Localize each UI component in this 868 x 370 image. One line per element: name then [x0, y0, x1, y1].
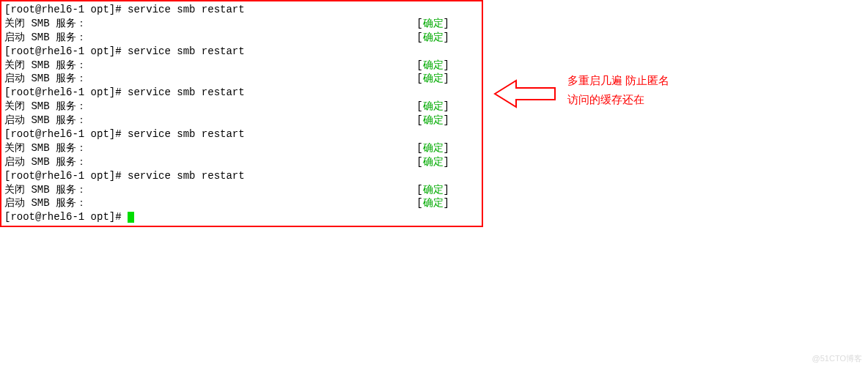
terminal-line: [root@rhel6-1 opt]# service smb restart [4, 45, 479, 59]
command: service smb restart [128, 128, 245, 140]
terminal-status-line: 关闭 SMB 服务： [确定] [4, 183, 479, 197]
cursor-icon [128, 212, 134, 223]
status-result: [确定] [416, 59, 479, 73]
service-start-label: 启动 SMB 服务： [4, 114, 87, 127]
terminal-line: [root@rhel6-1 opt]# service smb restart [4, 3, 479, 17]
terminal-line: [root@rhel6-1 opt]# service smb restart [4, 127, 479, 141]
terminal-status-line: 启动 SMB 服务： [确定] [4, 31, 479, 45]
annotation-line: 多重启几遍 防止匿名 [567, 72, 669, 91]
status-result: [确定] [416, 114, 479, 127]
service-start-label: 启动 SMB 服务： [4, 196, 87, 210]
status-result: [确定] [416, 100, 479, 114]
status-result: [确定] [416, 31, 479, 45]
terminal-line: [root@rhel6-1 opt]# service smb restart [4, 86, 479, 100]
command: service smb restart [128, 170, 245, 182]
terminal-status-line: 关闭 SMB 服务： [确定] [4, 141, 479, 155]
prompt: [root@rhel6-1 opt]# [4, 211, 128, 223]
service-close-label: 关闭 SMB 服务： [4, 183, 87, 197]
service-close-label: 关闭 SMB 服务： [4, 59, 87, 73]
status-result: [确定] [416, 196, 479, 210]
terminal-status-line: 启动 SMB 服务： [确定] [4, 72, 479, 86]
status-result: [确定] [416, 17, 479, 31]
terminal-status-line: 关闭 SMB 服务： [确定] [4, 17, 479, 31]
command: service smb restart [128, 45, 245, 57]
service-start-label: 启动 SMB 服务： [4, 31, 87, 45]
terminal-output-box: [root@rhel6-1 opt]# service smb restart … [0, 0, 483, 227]
prompt: [root@rhel6-1 opt]# [4, 4, 128, 15]
terminal-status-line: 启动 SMB 服务： [确定] [4, 114, 479, 127]
command: service smb restart [128, 86, 245, 98]
service-close-label: 关闭 SMB 服务： [4, 17, 87, 31]
annotation-text: 多重启几遍 防止匿名 访问的缓存还在 [567, 72, 669, 109]
status-result: [确定] [416, 72, 479, 86]
status-result: [确定] [416, 155, 479, 169]
arrow-left-icon [493, 73, 557, 114]
status-result: [确定] [416, 141, 479, 155]
watermark: @51CTO博客 [812, 353, 862, 364]
annotation-line: 访问的缓存还在 [567, 91, 669, 110]
command: service smb restart [128, 4, 245, 15]
terminal-status-line: 关闭 SMB 服务： [确定] [4, 59, 479, 73]
terminal-prompt-line[interactable]: [root@rhel6-1 opt]# [4, 210, 479, 224]
terminal-line: [root@rhel6-1 opt]# service smb restart [4, 169, 479, 183]
terminal-status-line: 启动 SMB 服务： [确定] [4, 155, 479, 169]
terminal-status-line: 关闭 SMB 服务： [确定] [4, 100, 479, 114]
terminal-status-line: 启动 SMB 服务： [确定] [4, 196, 479, 210]
prompt: [root@rhel6-1 opt]# [4, 170, 128, 182]
status-result: [确定] [416, 183, 479, 197]
service-close-label: 关闭 SMB 服务： [4, 141, 87, 155]
prompt: [root@rhel6-1 opt]# [4, 45, 128, 57]
service-start-label: 启动 SMB 服务： [4, 155, 87, 169]
annotation: 多重启几遍 防止匿名 访问的缓存还在 [493, 73, 669, 114]
prompt: [root@rhel6-1 opt]# [4, 86, 128, 98]
prompt: [root@rhel6-1 opt]# [4, 128, 128, 140]
service-close-label: 关闭 SMB 服务： [4, 100, 87, 114]
service-start-label: 启动 SMB 服务： [4, 72, 87, 86]
